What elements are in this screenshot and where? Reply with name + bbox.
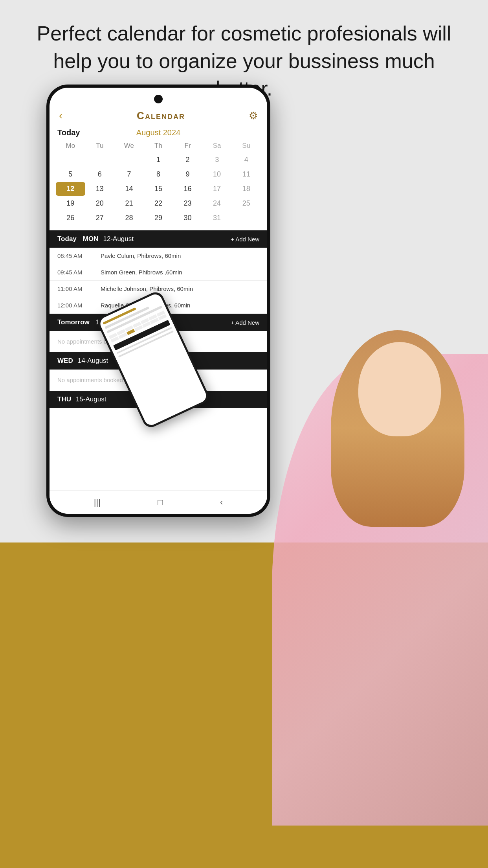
camera-dot: [154, 95, 163, 103]
back-button[interactable]: ‹: [59, 109, 73, 122]
add-new-button-2[interactable]: + Add New: [231, 319, 259, 326]
day-header-th: Th: [144, 140, 173, 151]
cal-day-20[interactable]: 20: [85, 197, 115, 210]
day-header-sa: Sa: [202, 140, 232, 151]
appt-detail: Pavle Culum, Phibrows, 60min: [101, 252, 181, 259]
appt-time: 11:00 AM: [57, 285, 101, 292]
app-header: ‹ Calendar ⚙: [50, 88, 267, 127]
day-header-we: We: [114, 140, 144, 151]
cal-day-24[interactable]: 24: [202, 197, 232, 210]
day-header-mo: Mo: [56, 140, 85, 151]
cal-day-9[interactable]: 9: [173, 167, 202, 181]
cal-day-26[interactable]: 26: [56, 211, 85, 225]
cal-day-31[interactable]: 31: [202, 211, 232, 225]
add-new-button-1[interactable]: + Add New: [231, 236, 259, 243]
appt-time: 09:45 AM: [57, 269, 101, 276]
cal-day-17[interactable]: 17: [202, 182, 232, 196]
cal-day-11[interactable]: 11: [231, 167, 261, 181]
today-label: Today: [57, 128, 108, 137]
cal-day[interactable]: [85, 153, 115, 167]
phone-nav: ||| □ ‹: [50, 490, 267, 514]
day-header-fr: Fr: [173, 140, 202, 151]
person-head: [358, 342, 441, 436]
cal-day-8[interactable]: 8: [144, 167, 173, 181]
calendar-grid: Mo Tu We Th Fr Sa Su 1 2 3 4: [50, 139, 267, 230]
calendar-row-2: 5 6 7 8 9 10 11: [56, 167, 261, 181]
back-nav-icon[interactable]: ‹: [220, 497, 223, 508]
cal-day-28[interactable]: 28: [114, 211, 144, 225]
day-headers: Mo Tu We Th Fr Sa Su: [56, 140, 261, 151]
section-dow-mon: MON: [83, 235, 99, 243]
cal-day-10[interactable]: 10: [202, 167, 232, 181]
section-header-today: Today MON 12-August + Add New: [50, 230, 267, 248]
cal-day-29[interactable]: 29: [144, 211, 173, 225]
cal-day-2[interactable]: 2: [173, 153, 202, 167]
cal-day-7[interactable]: 7: [114, 167, 144, 181]
cal-day-18[interactable]: 18: [231, 182, 261, 196]
cal-day-23[interactable]: 23: [173, 197, 202, 210]
section-dow-thu: THU: [57, 395, 71, 403]
section-prefix-tomorrow: Tomorrow: [57, 318, 90, 326]
cal-day-5[interactable]: 5: [56, 167, 85, 181]
cal-day-27[interactable]: 27: [85, 211, 115, 225]
cal-day-12-today[interactable]: 12: [56, 182, 85, 196]
cal-day-4[interactable]: 4: [231, 153, 261, 167]
no-appt-text: No appointments booked: [57, 377, 123, 383]
appt-detail: Michelle Johnson, Phibrows, 60min: [101, 285, 193, 292]
cal-day[interactable]: [114, 153, 144, 167]
calendar-row-1: 1 2 3 4: [56, 153, 261, 167]
cal-day-19[interactable]: 19: [56, 197, 85, 210]
cal-day[interactable]: [56, 153, 85, 167]
calendar-row-5: 26 27 28 29 30 31: [56, 211, 261, 225]
cal-day-6[interactable]: 6: [85, 167, 115, 181]
recent-apps-icon[interactable]: |||: [94, 497, 101, 508]
calendar-row-3: 12 13 14 15 16 17 18: [56, 182, 261, 196]
appointment-row[interactable]: 08:45 AM Pavle Culum, Phibrows, 60min: [50, 248, 267, 264]
appointment-row[interactable]: 09:45 AM Simon Green, Phibrows ,60min: [50, 264, 267, 281]
day-header-su: Su: [231, 140, 261, 151]
appt-detail: Simon Green, Phibrows ,60min: [101, 269, 182, 276]
cal-day: [231, 211, 261, 225]
day-header-tu: Tu: [85, 140, 115, 151]
calendar-row-4: 19 20 21 22 23 24 25: [56, 197, 261, 210]
cal-day-1[interactable]: 1: [144, 153, 173, 167]
home-icon[interactable]: □: [158, 497, 163, 508]
cal-day-3[interactable]: 3: [202, 153, 232, 167]
section-dow-wed: WED: [57, 357, 73, 365]
appt-time: 12:00 AM: [57, 302, 101, 309]
cal-day-14[interactable]: 14: [114, 182, 144, 196]
cal-day-15[interactable]: 15: [144, 182, 173, 196]
settings-icon[interactable]: ⚙: [249, 110, 258, 122]
cal-day-13[interactable]: 13: [85, 182, 115, 196]
cal-day-22[interactable]: 22: [144, 197, 173, 210]
month-label: August 2024: [108, 128, 209, 137]
appt-time: 08:45 AM: [57, 252, 101, 259]
section-prefix-today: Today: [57, 235, 77, 243]
cal-day-30[interactable]: 30: [173, 211, 202, 225]
header-title: Calendar: [137, 110, 185, 122]
cal-day-21[interactable]: 21: [114, 197, 144, 210]
calendar-top-row: Today August 2024: [50, 127, 267, 139]
cal-day-16[interactable]: 16: [173, 182, 202, 196]
section-date-12-august: 12-August: [103, 235, 231, 243]
cal-day-25[interactable]: 25: [231, 197, 261, 210]
